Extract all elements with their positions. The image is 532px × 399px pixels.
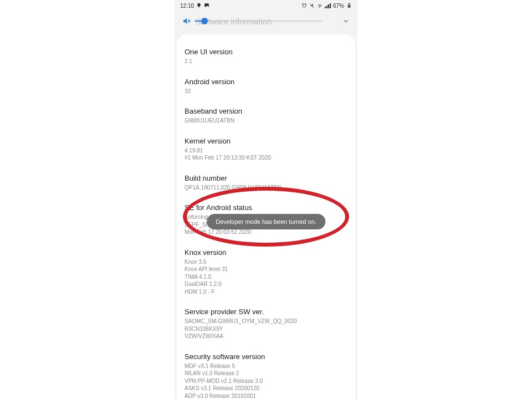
item-title: One UI version (185, 48, 347, 56)
item-value: MDF v3.1 Release 5 (185, 362, 347, 370)
signal-icon (325, 3, 331, 8)
status-bar: 12:10 67% (175, 0, 357, 11)
item-title: Android version (185, 78, 347, 86)
screenshot-stage: 12:10 67% Software information (0, 0, 532, 399)
image-icon (204, 3, 209, 8)
item-value: Knox 3.5 (185, 258, 347, 266)
status-time: 12:10 (180, 3, 194, 9)
item-value: WLAN v1.0 Release 2 (185, 370, 347, 377)
item-build-number[interactable]: Build number QP1A.190711.020.G988U1UEU1A… (185, 168, 347, 198)
svg-rect-1 (349, 3, 350, 3)
vibrate-mute-icon (309, 3, 315, 8)
wifi-icon (317, 3, 323, 8)
item-android-version[interactable]: Android version 10 (185, 72, 347, 102)
item-kernel-version[interactable]: Kernel version 4.19.81 #1 Mon Feb 17 20:… (185, 131, 347, 168)
item-title: Baseband version (185, 107, 347, 115)
toast-developer-mode: Developer mode has been turned on. (207, 214, 325, 229)
item-service-provider-sw[interactable]: Service provider SW ver. SAOMC_SM-G988U1… (185, 302, 347, 347)
item-value: Mon Feb 17 20:03:52 2020 (185, 228, 347, 236)
item-knox-version[interactable]: Knox version Knox 3.5 Knox API level 31 … (185, 243, 347, 303)
item-value: DualDAR 1.2.0 (185, 280, 347, 288)
volume-thumb[interactable] (201, 18, 208, 24)
item-value: G988U1UEU1ATBN (185, 117, 347, 125)
item-title: Security software version (185, 352, 347, 361)
item-title: Knox version (185, 248, 347, 257)
item-value: HDM 1.0 - F (185, 288, 347, 296)
item-value: VZW/VZW/XAA (185, 332, 347, 340)
volume-mute-icon (182, 17, 191, 25)
item-value: Knox API level 31 (185, 265, 347, 273)
bulb-icon (196, 3, 202, 8)
item-value: #1 Mon Feb 17 20:13:30 KST 2020 (185, 154, 347, 162)
item-title: Build number (185, 174, 347, 182)
item-value: 10 (185, 88, 347, 95)
item-value: ASKS v3.1 Release 20200120 (185, 385, 347, 392)
item-value: TIMA 4.1.0 (185, 273, 347, 281)
item-title: Kernel version (185, 137, 347, 145)
item-title: SE for Android status (185, 203, 347, 212)
battery-icon (346, 3, 352, 8)
alarm-icon (301, 3, 307, 8)
expand-button[interactable] (340, 15, 352, 27)
volume-slider-overlay[interactable] (182, 12, 322, 30)
item-value: QP1A.190711.020.G988U1UEU1ATBN (185, 184, 347, 192)
item-value: R3CN106KX9Y (185, 325, 347, 333)
item-security-software-version[interactable]: Security software version MDF v3.1 Relea… (185, 347, 347, 400)
item-value: SAOMC_SM-G988U1_OYM_VZW_QQ_0020 (185, 318, 347, 325)
page-header: Software information (175, 11, 357, 31)
battery-text: 67% (333, 3, 344, 9)
chevron-down-icon (342, 17, 350, 25)
item-value: VPN PP-MOD v2.1 Release 3.0 (185, 377, 347, 385)
item-baseband-version[interactable]: Baseband version G988U1UEU1ATBN (185, 101, 347, 131)
item-one-ui-version[interactable]: One UI version 2.1 (185, 42, 347, 72)
item-value: 2.1 (185, 58, 347, 65)
item-title: Service provider SW ver. (185, 308, 347, 316)
volume-track[interactable] (195, 21, 322, 22)
svg-rect-2 (349, 5, 350, 7)
phone-screen: 12:10 67% Software information (175, 0, 357, 399)
item-value: ADP v3.0 Release 20191001 (185, 392, 347, 400)
item-value: 4.19.81 (185, 147, 347, 155)
